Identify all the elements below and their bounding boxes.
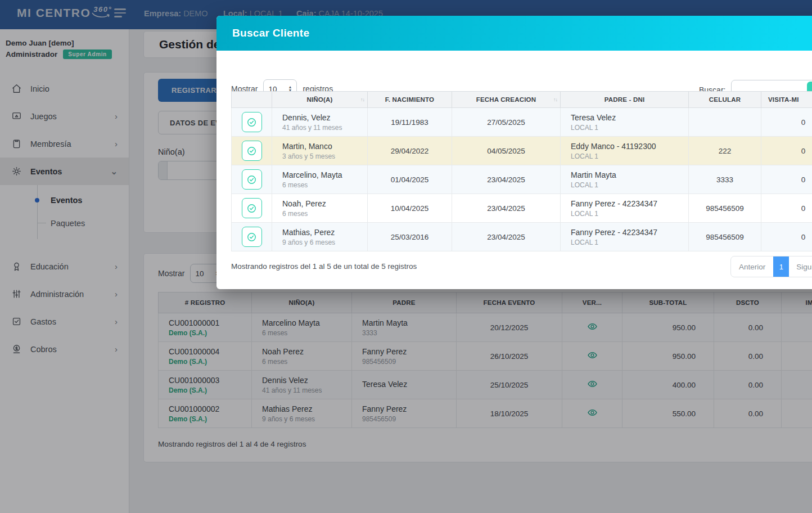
client-row: Mathias, Perez9 años y 6 meses 25/03/201… bbox=[232, 223, 812, 251]
select-client-button[interactable] bbox=[242, 198, 262, 218]
check-circle-icon bbox=[246, 232, 257, 242]
padre-local: LOCAL 1 bbox=[571, 181, 688, 189]
select-client-button[interactable] bbox=[242, 141, 262, 161]
nino-nombre: Mathias, Perez bbox=[282, 228, 367, 237]
fecha-nacimiento: 25/03/2016 bbox=[368, 223, 452, 251]
celular: 985456509 bbox=[689, 194, 761, 223]
visita: 0 bbox=[761, 108, 812, 137]
col-visita[interactable]: VISITA-MI bbox=[761, 92, 812, 108]
select-client-button[interactable] bbox=[242, 112, 262, 132]
padre-dni: Eddy Manco - 41192300 bbox=[571, 142, 688, 151]
client-row: Marcelino, Mayta6 meses 01/04/2025 23/04… bbox=[232, 165, 812, 194]
padre-local: LOCAL 1 bbox=[571, 152, 688, 160]
clients-table: NIÑO(A)↑↓ F. NACIMIENTO FECHA CREACION↑↓… bbox=[231, 91, 812, 251]
celular: 985456509 bbox=[689, 223, 761, 251]
fecha-creacion: 23/04/2025 bbox=[452, 165, 561, 194]
check-circle-icon bbox=[246, 146, 257, 156]
modal-header: Buscar Cliente bbox=[216, 16, 812, 51]
padre-dni: Teresa Velez bbox=[571, 113, 688, 122]
visita: 0 bbox=[761, 223, 812, 251]
fecha-nacimiento: 10/04/2025 bbox=[368, 194, 452, 223]
client-row: Dennis, Velez41 años y 11 meses 19/11/19… bbox=[232, 108, 812, 137]
select-client-button[interactable] bbox=[242, 227, 262, 247]
padre-local: LOCAL 1 bbox=[571, 210, 688, 218]
fecha-nacimiento: 01/04/2025 bbox=[368, 165, 452, 194]
pagination-previous-button[interactable]: Anterior bbox=[731, 256, 773, 277]
visita: 0 bbox=[761, 194, 812, 223]
col-creacion[interactable]: FECHA CREACION↑↓ bbox=[452, 92, 561, 108]
modal-records-info: Mostrando registros del 1 al 5 de un tot… bbox=[231, 262, 417, 271]
check-circle-icon bbox=[246, 203, 257, 214]
celular: 3333 bbox=[689, 165, 761, 194]
pagination: Anterior 1 Siguiente bbox=[730, 256, 812, 277]
nino-edad: 41 años y 11 meses bbox=[282, 124, 367, 132]
nino-nombre: Dennis, Velez bbox=[282, 113, 367, 122]
pagination-page-1[interactable]: 1 bbox=[773, 256, 789, 277]
fecha-nacimiento: 29/04/2022 bbox=[368, 137, 452, 165]
celular: 222 bbox=[689, 137, 761, 165]
fecha-nacimiento: 19/11/1983 bbox=[368, 108, 452, 137]
client-row: Noah, Perez6 meses 10/04/2025 23/04/2025… bbox=[232, 194, 812, 223]
visita: 0 bbox=[761, 137, 812, 165]
col-nacimiento[interactable]: F. NACIMIENTO bbox=[368, 92, 452, 108]
col-celular[interactable]: CELULAR bbox=[689, 92, 761, 108]
fecha-creacion: 04/05/2025 bbox=[452, 137, 561, 165]
fecha-creacion: 23/04/2025 bbox=[452, 194, 561, 223]
nino-nombre: Marcelino, Mayta bbox=[282, 170, 367, 179]
padre-local: LOCAL 1 bbox=[571, 124, 688, 132]
padre-local: LOCAL 1 bbox=[571, 238, 688, 246]
select-client-button[interactable] bbox=[242, 169, 262, 190]
padre-dni: Fanny Perez - 42234347 bbox=[571, 199, 688, 208]
col-select bbox=[232, 92, 272, 108]
buscar-cliente-modal: Buscar Cliente Mostrar 10 ▲▼ registros B… bbox=[216, 16, 812, 289]
sort-icon[interactable]: ↑↓ bbox=[553, 97, 557, 102]
visita: 0 bbox=[761, 165, 812, 194]
modal-title: Buscar Cliente bbox=[232, 27, 309, 39]
nino-edad: 9 años y 6 meses bbox=[282, 238, 367, 246]
pagination-next-button[interactable]: Siguiente bbox=[789, 256, 812, 277]
nino-edad: 6 meses bbox=[282, 181, 367, 189]
fecha-creacion: 23/04/2025 bbox=[452, 223, 561, 251]
check-circle-icon bbox=[246, 117, 257, 128]
col-nino[interactable]: NIÑO(A)↑↓ bbox=[272, 92, 368, 108]
padre-dni: Fanny Perez - 42234347 bbox=[571, 228, 688, 237]
check-circle-icon bbox=[246, 174, 257, 185]
fecha-creacion: 27/05/2025 bbox=[452, 108, 561, 137]
nino-edad: 6 meses bbox=[282, 210, 367, 218]
clients-table-header: NIÑO(A)↑↓ F. NACIMIENTO FECHA CREACION↑↓… bbox=[232, 92, 812, 108]
client-row-selected: Martin, Manco3 años y 5 meses 29/04/2022… bbox=[232, 137, 812, 165]
padre-dni: Martin Mayta bbox=[571, 170, 688, 179]
app-window: MI CENTRO 360° Empresa: DEMO Local: LOCA… bbox=[0, 0, 812, 513]
col-padre-dni[interactable]: PADRE - DNI bbox=[561, 92, 689, 108]
nino-edad: 3 años y 5 meses bbox=[282, 152, 367, 160]
nino-nombre: Noah, Perez bbox=[282, 199, 367, 208]
nino-nombre: Martin, Manco bbox=[282, 142, 367, 151]
sort-icon[interactable]: ↑↓ bbox=[360, 97, 364, 102]
celular bbox=[689, 108, 761, 137]
